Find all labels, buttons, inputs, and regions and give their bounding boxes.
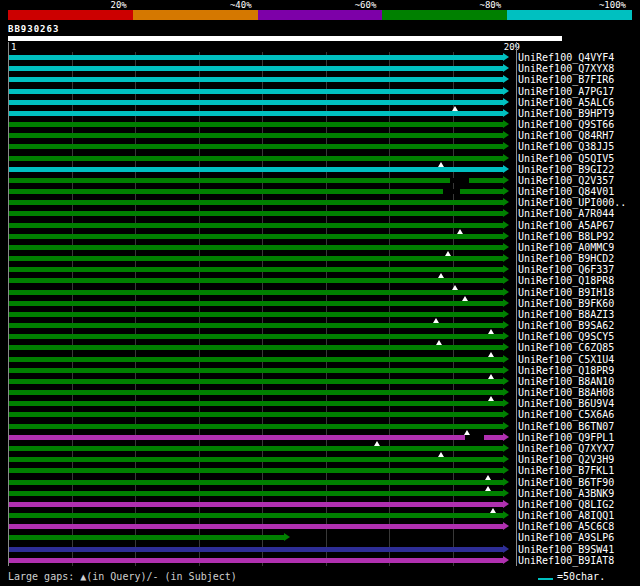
alignment-bar[interactable] [9, 379, 503, 384]
alignment-arrowhead [503, 165, 509, 173]
hit-label[interactable]: UniRef100_B9SW41 [518, 545, 614, 555]
hit-label[interactable]: UniRef100_B6U9V4 [518, 399, 614, 409]
alignment-bar[interactable] [9, 122, 503, 127]
alignment-bar[interactable] [9, 200, 503, 205]
alignment-bar[interactable] [9, 55, 503, 60]
alignment-bar[interactable] [9, 312, 503, 317]
query-gap-marker [485, 475, 491, 480]
hit-label[interactable]: UniRef100_Q7XYX7 [518, 444, 614, 454]
hit-label[interactable]: UniRef100_Q84RH7 [518, 131, 614, 141]
alignment-bar[interactable] [9, 223, 503, 228]
alignment-bar[interactable] [9, 245, 503, 250]
hit-label[interactable]: UniRef100_A5ALC6 [518, 98, 614, 108]
hit-label[interactable]: UniRef100_B9HCD2 [518, 254, 614, 264]
hit-label[interactable]: UniRef100_B6TF90 [518, 478, 614, 488]
alignment-bar[interactable] [9, 334, 503, 339]
hit-label[interactable]: UniRef100_Q84V01 [518, 187, 614, 197]
hit-label[interactable]: UniRef100_B9SA62 [518, 321, 614, 331]
alignment-arrowhead [503, 522, 509, 530]
hit-label[interactable]: UniRef100_B9IH18 [518, 288, 614, 298]
alignment-bar[interactable] [9, 547, 503, 552]
alignment-bar[interactable] [9, 301, 503, 306]
hit-label[interactable]: UniRef100_B6TN07 [518, 422, 614, 432]
alignment-bar[interactable] [9, 290, 503, 295]
hit-label[interactable]: UniRef100_Q18PR9 [518, 366, 614, 376]
alignment-bar[interactable] [9, 189, 503, 194]
hit-label[interactable]: UniRef100_Q9SCY5 [518, 332, 614, 342]
alignment-bar[interactable] [9, 357, 503, 362]
alignment-bar[interactable] [9, 368, 503, 373]
alignment-bar[interactable] [9, 100, 503, 105]
hit-label[interactable]: UniRef100_Q4VYF4 [518, 53, 614, 63]
alignment-bar[interactable] [9, 468, 503, 473]
hit-label[interactable]: UniRef100_Q9ST66 [518, 120, 614, 130]
hit-label[interactable]: UniRef100_A3BNK9 [518, 489, 614, 499]
hit-label[interactable]: UniRef100_A9SLP6 [518, 533, 614, 543]
hit-label[interactable]: UniRef100_B9GI22 [518, 165, 614, 175]
alignment-bar[interactable] [9, 77, 503, 82]
grid-line [199, 52, 200, 566]
alignment-bar[interactable] [9, 535, 284, 540]
hit-label[interactable]: UniRef100_B9HPT9 [518, 109, 614, 119]
alignment-bar[interactable] [9, 256, 503, 261]
alignment-bar[interactable] [9, 446, 503, 451]
hit-label[interactable]: UniRef100_Q7XYX8 [518, 64, 614, 74]
hit-label[interactable]: UniRef100_B8LP92 [518, 232, 614, 242]
alignment-arrowhead [503, 433, 509, 441]
hit-label[interactable]: UniRef100_Q5QIV5 [518, 154, 614, 164]
hit-label[interactable]: UniRef100_Q9FPL1 [518, 433, 614, 443]
alignment-bar[interactable] [9, 89, 503, 94]
hit-label[interactable]: UniRef100_B8AH08 [518, 388, 614, 398]
hit-label[interactable]: UniRef100_B8AN10 [518, 377, 614, 387]
alignment-bar[interactable] [9, 111, 503, 116]
hit-label[interactable]: UniRef100_Q6F337 [518, 265, 614, 275]
alignment-bar[interactable] [9, 412, 503, 417]
hit-label[interactable]: UniRef100_B7FKL1 [518, 466, 614, 476]
hit-label[interactable]: UniRef100_A8IQQ1 [518, 511, 614, 521]
alignment-bar[interactable] [9, 390, 503, 395]
alignment-bar[interactable] [9, 211, 503, 216]
alignment-bar[interactable] [9, 66, 503, 71]
hit-label[interactable]: UniRef100_B8AZI3 [518, 310, 614, 320]
hit-label[interactable]: UniRef100_A7R044 [518, 209, 614, 219]
alignment-bar[interactable] [9, 234, 503, 239]
alignment-bar[interactable] [9, 144, 503, 149]
hit-label[interactable]: UniRef100_A5AP67 [518, 221, 614, 231]
hit-label[interactable]: UniRef100_C5X6A6 [518, 410, 614, 420]
alignment-bar[interactable] [9, 323, 503, 328]
alignment-bar[interactable] [9, 345, 503, 350]
alignment-bar[interactable] [9, 435, 503, 440]
alignment-bar[interactable] [9, 457, 503, 462]
alignment-arrowhead [503, 154, 509, 162]
alignment-bar[interactable] [9, 267, 503, 272]
hit-label[interactable]: UniRef100_A0MMC9 [518, 243, 614, 253]
hit-label[interactable]: UniRef100_B9FK60 [518, 299, 614, 309]
alignment-bar[interactable] [9, 502, 503, 507]
query-title: BB930263 [8, 24, 59, 34]
hit-label[interactable]: UniRef100_Q2V3H9 [518, 455, 614, 465]
alignment-bar[interactable] [9, 513, 503, 518]
alignment-bar[interactable] [9, 156, 503, 161]
alignment-bar[interactable] [9, 133, 503, 138]
alignment-bar[interactable] [9, 424, 503, 429]
hit-label[interactable]: UniRef100_Q18PR8 [518, 276, 614, 286]
alignment-bar[interactable] [9, 524, 503, 529]
alignment-bar[interactable] [9, 167, 503, 172]
alignment-bar[interactable] [9, 480, 503, 485]
hit-label[interactable]: UniRef100_C6ZQ85 [518, 343, 614, 353]
hit-label[interactable]: UniRef100_B7FIR6 [518, 75, 614, 85]
hit-label[interactable]: UniRef100_Q8LIG2 [518, 500, 614, 510]
alignment-arrowhead [503, 53, 509, 61]
alignment-bar[interactable] [9, 491, 503, 496]
alignment-bar[interactable] [9, 278, 503, 283]
hit-label[interactable]: UniRef100_A7PG17 [518, 87, 614, 97]
hit-label[interactable]: UniRef100_Q38JJ5 [518, 142, 614, 152]
alignment-bar[interactable] [9, 401, 503, 406]
hit-label[interactable]: UniRef100_Q2V357 [518, 176, 614, 186]
hit-label[interactable]: UniRef100_C5X1U4 [518, 355, 614, 365]
hit-label[interactable]: UniRef100_UPI000.. [518, 198, 626, 208]
alignment-bar[interactable] [9, 178, 503, 183]
alignment-bar[interactable] [9, 558, 503, 563]
hit-label[interactable]: UniRef100_B9IAT8 [518, 556, 614, 566]
hit-label[interactable]: UniRef100_A5C6C8 [518, 522, 614, 532]
